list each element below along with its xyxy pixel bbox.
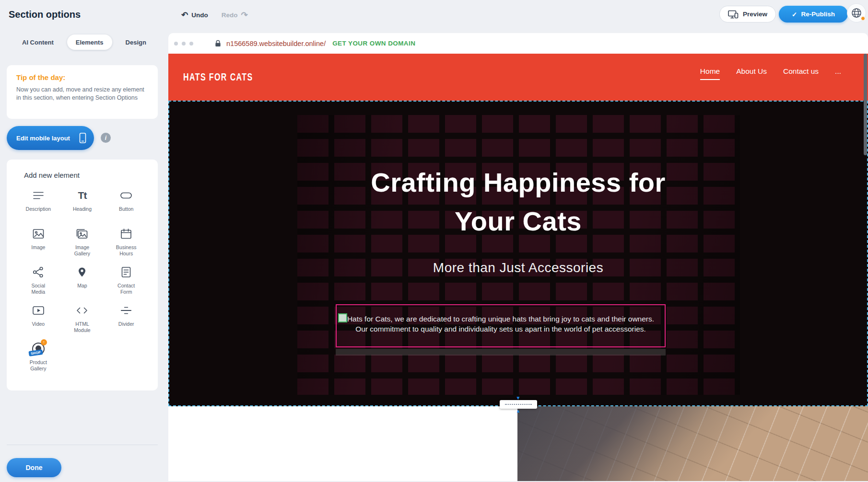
hero-subheading[interactable]: More than Just Accessories xyxy=(169,260,867,275)
redo-icon: ↷ xyxy=(241,11,248,19)
window-dots-icon xyxy=(174,42,193,46)
sidebar-tabs: AI Content Elements Design xyxy=(13,34,155,50)
sidebar-divider xyxy=(7,445,158,445)
element-business-hours[interactable]: Business Hours xyxy=(104,226,148,264)
shop-badge: SHOP xyxy=(28,349,43,356)
phone-icon xyxy=(79,133,86,143)
contact-form-icon xyxy=(120,264,132,280)
element-drag-handle[interactable] xyxy=(338,313,347,322)
section-handle-grip xyxy=(500,400,537,409)
site-header[interactable]: HATS FOR CATS Home About Us Contact us .… xyxy=(168,54,868,101)
next-section-image[interactable] xyxy=(517,406,868,481)
tab-elements[interactable]: Elements xyxy=(67,34,112,50)
next-section[interactable] xyxy=(168,406,868,481)
tip-of-the-day-card: Tip of the day: Now you can add, move an… xyxy=(7,65,158,119)
element-button[interactable]: Button xyxy=(104,188,148,226)
site-nav: Home About Us Contact us ... xyxy=(700,67,841,80)
video-icon xyxy=(32,303,45,318)
tip-body: Now you can add, move and resize any ele… xyxy=(16,86,148,102)
tab-design[interactable]: Design xyxy=(117,34,155,50)
map-pin-icon xyxy=(76,264,88,280)
redo-label: Redo xyxy=(222,11,238,19)
element-video[interactable]: Video xyxy=(16,303,60,341)
add-element-panel: Add new element Description Tt Heading B… xyxy=(7,160,158,390)
image-icon xyxy=(32,226,45,241)
nav-about-us[interactable]: About Us xyxy=(736,67,767,80)
hero-heading-line1: Crafting Happiness for xyxy=(169,163,867,202)
button-icon xyxy=(120,188,132,203)
tab-ai-content[interactable]: AI Content xyxy=(13,34,62,50)
lock-icon xyxy=(214,40,222,47)
social-media-icon xyxy=(32,264,45,280)
devices-icon xyxy=(728,10,739,19)
hero-heading[interactable]: Crafting Happiness for Your Cats xyxy=(169,163,867,241)
page-title: Section options xyxy=(9,9,81,20)
element-grid: Description Tt Heading Button xyxy=(16,188,148,379)
collapse-down-icon: ▼ xyxy=(516,396,521,400)
selected-paragraph-element[interactable]: Hats for Cats, we are dedicated to craft… xyxy=(336,304,666,347)
hero-section-selected[interactable]: Crafting Happiness for Your Cats More th… xyxy=(168,101,868,406)
element-image[interactable]: Image xyxy=(16,226,60,264)
element-ghost-strip xyxy=(336,349,666,356)
site-url: n1566589.websitebuilder.online/ xyxy=(226,40,326,47)
collapse-up-icon: ▲ xyxy=(516,409,521,413)
republish-button[interactable]: ✓ Re-Publish xyxy=(779,6,848,23)
edit-mobile-label: Edit mobile layout xyxy=(16,135,70,142)
redo-button[interactable]: Redo ↷ xyxy=(222,11,248,19)
site-logo[interactable]: HATS FOR CATS xyxy=(183,71,253,83)
element-description[interactable]: Description xyxy=(16,188,60,226)
section-resize-handle[interactable]: ▼ ▲ xyxy=(500,396,537,413)
element-image-gallery[interactable]: Image Gallery xyxy=(60,226,105,264)
element-heading[interactable]: Tt Heading xyxy=(60,188,105,226)
undo-button[interactable]: ↶ Undo xyxy=(181,11,208,19)
element-map[interactable]: Map xyxy=(60,264,105,303)
add-element-title: Add new element xyxy=(16,171,148,179)
html-module-icon xyxy=(76,303,88,318)
heading-icon: Tt xyxy=(78,188,87,203)
republish-label: Re-Publish xyxy=(801,11,835,18)
site-preview-canvas: n1566589.websitebuilder.online/ GET YOUR… xyxy=(168,33,868,481)
editor-window: Section options ↶ Undo Redo ↷ Preview ✓ … xyxy=(0,0,868,482)
check-icon: ✓ xyxy=(792,11,797,18)
language-globe-button[interactable] xyxy=(847,3,866,23)
get-domain-link[interactable]: GET YOUR OWN DOMAIN xyxy=(332,40,415,47)
edit-mobile-layout-button[interactable]: Edit mobile layout xyxy=(7,126,94,150)
paragraph-line1: Hats for Cats, we are dedicated to craft… xyxy=(337,314,665,324)
divider-icon xyxy=(120,303,132,318)
nav-home[interactable]: Home xyxy=(700,67,720,80)
element-html-module[interactable]: HTML Module xyxy=(60,303,105,341)
element-contact-form[interactable]: Contact Form xyxy=(104,264,148,303)
upgrade-badge-icon: ↑ xyxy=(41,339,47,345)
element-product-gallery[interactable]: ↑ SHOP Product Gallery xyxy=(16,341,60,379)
info-icon[interactable]: i xyxy=(101,133,111,143)
business-hours-icon xyxy=(120,226,132,241)
element-social-media[interactable]: Social Media xyxy=(16,264,60,303)
product-gallery-icon: ↑ SHOP xyxy=(30,341,47,356)
canvas-scrollbar[interactable] xyxy=(864,54,867,155)
history-controls: ↶ Undo Redo ↷ xyxy=(181,9,248,21)
globe-icon xyxy=(851,7,862,19)
nav-contact-us[interactable]: Contact us xyxy=(783,67,819,80)
paragraph-line2: Our commitment to quality and individual… xyxy=(337,324,665,334)
undo-icon: ↶ xyxy=(181,11,188,19)
description-icon xyxy=(32,188,45,203)
hero-heading-line2: Your Cats xyxy=(169,202,867,241)
browser-bar: n1566589.websitebuilder.online/ GET YOUR… xyxy=(168,33,868,54)
notification-dot xyxy=(861,16,865,21)
nav-more-icon[interactable]: ... xyxy=(835,67,841,80)
preview-button[interactable]: Preview xyxy=(719,6,776,23)
done-button[interactable]: Done xyxy=(7,458,61,477)
preview-label: Preview xyxy=(743,11,767,18)
undo-label: Undo xyxy=(191,11,208,19)
element-divider[interactable]: Divider xyxy=(104,303,148,341)
tip-title: Tip of the day: xyxy=(16,73,148,81)
image-gallery-icon xyxy=(76,226,88,241)
